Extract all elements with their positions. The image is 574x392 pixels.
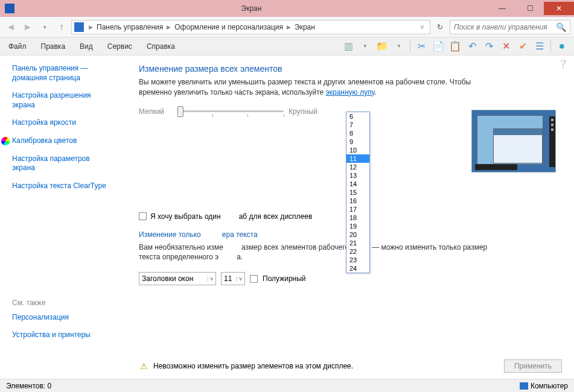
cut-icon[interactable]: ✂ xyxy=(415,40,427,52)
font-size-option[interactable]: 11 xyxy=(346,154,369,163)
magnifier-link[interactable]: экранную лупу xyxy=(326,88,375,96)
chevron-right-icon: ▶ xyxy=(86,24,95,30)
computer-icon xyxy=(520,382,528,390)
element-select-value: Заголовки окон xyxy=(142,274,193,283)
chevron-down-icon: v xyxy=(237,276,243,282)
font-size-dropdown-list[interactable]: 6789101112131415161718192021222324 xyxy=(346,112,370,273)
font-size-select[interactable]: 11 v xyxy=(221,272,245,285)
check-icon[interactable]: ✔ xyxy=(517,40,529,52)
search-icon[interactable]: 🔍 xyxy=(556,22,566,32)
menu-edit[interactable]: Правка xyxy=(39,40,68,52)
font-size-option[interactable]: 10 xyxy=(346,146,369,154)
redo-icon[interactable]: ↷ xyxy=(483,40,495,52)
control-panel-icon xyxy=(74,22,84,32)
color-wheel-icon xyxy=(1,137,10,145)
sidebar-brightness[interactable]: Настройка яркости xyxy=(12,118,121,128)
status-right: Компьютер xyxy=(531,382,568,390)
app-icon xyxy=(5,4,14,13)
breadcrumb-item[interactable]: Оформление и персонализация xyxy=(173,23,284,31)
delete-icon[interactable]: ✕ xyxy=(500,40,512,52)
maximize-button[interactable]: ☐ xyxy=(516,2,544,15)
menu-view[interactable]: Вид xyxy=(77,40,95,52)
close-button[interactable]: ✕ xyxy=(544,2,574,15)
font-size-option[interactable]: 15 xyxy=(346,188,369,197)
navbar: ◄ ► ▾ ↑ ▶ Панель управления ▶ Оформление… xyxy=(0,17,574,37)
menu-file[interactable]: Файл xyxy=(6,40,29,52)
font-size-option[interactable]: 9 xyxy=(346,138,369,146)
bold-checkbox[interactable] xyxy=(250,275,258,283)
description-text: Вы можете увеличить или уменьшить размер… xyxy=(139,77,501,98)
font-size-value: 11 xyxy=(224,274,232,283)
nav-forward-button[interactable]: ► xyxy=(21,20,35,34)
sidebar-personalization[interactable]: Персонализация xyxy=(12,313,127,323)
font-size-option[interactable]: 16 xyxy=(346,197,369,205)
folder-icon[interactable]: 📁 xyxy=(376,40,388,52)
breadcrumb[interactable]: ▶ Панель управления ▶ Оформление и персо… xyxy=(71,20,430,34)
font-size-option[interactable]: 6 xyxy=(346,112,369,121)
font-size-option[interactable]: 7 xyxy=(346,121,369,129)
nav-up-button[interactable]: ↑ xyxy=(54,20,69,34)
search-box[interactable]: 🔍 xyxy=(450,20,570,34)
titlebar: Экран — ☐ ✕ xyxy=(0,0,574,17)
sidebar-cleartype[interactable]: Настройка текста ClearType xyxy=(12,182,121,191)
bold-label: Полужирный xyxy=(263,274,306,283)
size-slider[interactable] xyxy=(177,110,284,112)
heading-resize-all: Изменение размера всех элементов xyxy=(139,64,562,74)
font-size-option[interactable]: 12 xyxy=(346,163,369,171)
sidebar-devices[interactable]: Устройства и принтеры xyxy=(12,330,127,340)
sidebar-color-calibration[interactable]: Калибровка цветов xyxy=(12,136,121,146)
font-size-option[interactable]: 24 xyxy=(346,264,369,273)
apply-button[interactable]: Применить xyxy=(504,359,562,373)
menu-service[interactable]: Сервис xyxy=(105,40,135,52)
font-size-option[interactable]: 20 xyxy=(346,230,369,239)
sidebar: Панель управления —домашняя страница Нас… xyxy=(0,55,127,379)
nav-history-dropdown[interactable]: ▾ xyxy=(37,20,52,34)
chevron-right-icon: ▶ xyxy=(164,24,173,30)
checkbox-label: Я хочу выбрать один аб для всех дисплеев xyxy=(150,212,312,221)
slider-label-large: Крупный xyxy=(289,107,317,116)
copy-icon[interactable]: 📄 xyxy=(432,40,444,52)
font-size-option[interactable]: 19 xyxy=(346,222,369,230)
search-input[interactable] xyxy=(454,23,556,31)
undo-icon[interactable]: ↶ xyxy=(466,40,478,52)
breadcrumb-dropdown-icon[interactable]: v xyxy=(417,24,427,30)
font-size-option[interactable]: 22 xyxy=(346,247,369,256)
text-only-description: Вам необязательно изме азмер всех элемен… xyxy=(139,242,501,263)
chevron-right-icon: ▶ xyxy=(284,24,293,30)
element-select[interactable]: Заголовки окон v xyxy=(139,272,216,285)
font-size-option[interactable]: 18 xyxy=(346,213,369,222)
globe-icon[interactable]: ● xyxy=(556,40,568,52)
window-title: Экран xyxy=(14,4,488,13)
warning-text: Невозможно изменить размер элементов на … xyxy=(153,362,353,370)
font-size-option[interactable]: 23 xyxy=(346,256,369,264)
font-size-option[interactable]: 13 xyxy=(346,171,369,180)
sidebar-home[interactable]: Панель управления —домашняя страница xyxy=(12,64,121,83)
single-scale-checkbox[interactable] xyxy=(139,212,147,220)
dropdown-chevron-icon[interactable]: ▼ xyxy=(359,40,371,52)
panes-icon[interactable]: ▥ xyxy=(342,40,354,52)
breadcrumb-item[interactable]: Панель управления xyxy=(95,23,164,31)
properties-icon[interactable]: ☰ xyxy=(534,40,546,52)
main-content: Изменение размера всех элементов Вы може… xyxy=(127,55,574,379)
chevron-down-icon: v xyxy=(208,276,214,282)
nav-back-button[interactable]: ◄ xyxy=(4,20,18,34)
font-size-option[interactable]: 14 xyxy=(346,180,369,188)
warning-icon: ⚠ xyxy=(139,361,148,371)
breadcrumb-item[interactable]: Экран xyxy=(293,23,316,31)
sidebar-display-params[interactable]: Настройка параметровэкрана xyxy=(12,154,121,173)
dropdown-chevron-icon[interactable]: ▼ xyxy=(393,40,405,52)
menu-help[interactable]: Справка xyxy=(144,40,177,52)
menubar: Файл Правка Вид Сервис Справка ▥ ▼ 📁 ▼ ✂… xyxy=(0,37,574,55)
status-left: Элементов: 0 xyxy=(6,382,51,390)
see-also-header: См. также xyxy=(12,299,127,307)
paste-icon[interactable]: 📋 xyxy=(449,40,461,52)
sidebar-resolution[interactable]: Настройка разрешенияэкрана xyxy=(12,91,121,110)
separator xyxy=(410,40,410,52)
refresh-button[interactable]: ↻ xyxy=(433,20,447,34)
font-size-option[interactable]: 17 xyxy=(346,205,369,213)
font-size-option[interactable]: 21 xyxy=(346,239,369,247)
font-size-option[interactable]: 8 xyxy=(346,129,369,138)
slider-label-small: Мелкий xyxy=(139,107,173,116)
preview-image xyxy=(471,110,556,172)
minimize-button[interactable]: — xyxy=(488,2,516,15)
